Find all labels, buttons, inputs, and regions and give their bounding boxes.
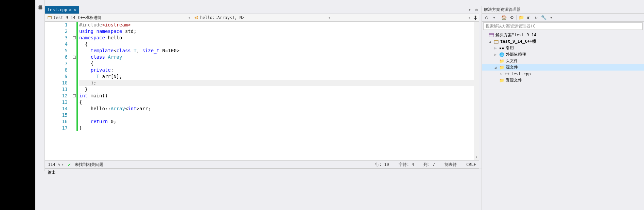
external-node[interactable]: ▷ 🌐 外部依赖项 (482, 51, 644, 58)
line-gutter: 1234567891011121314151617 (45, 22, 72, 160)
headers-label: 头文件 (506, 58, 518, 64)
solution-tree: 解决方案"test_9_14_ ◢ test_9_14_C++模 ▷ ▪▪ 引用… (482, 31, 644, 85)
tab-bar: test.cpp ⊕ × (45, 6, 479, 14)
resources-node[interactable]: 📁 资源文件 (482, 77, 644, 83)
chevron-down-icon: ◢ (493, 65, 498, 69)
svg-point-2 (195, 17, 196, 18)
chevron-down-icon: ◢ (488, 40, 492, 43)
external-label: 外部依赖项 (506, 52, 526, 57)
scope-label: test_9_14_C++模板进阶 (53, 15, 102, 21)
vertical-scrollbar[interactable]: ▾ (474, 22, 479, 160)
refs-icon: ▪▪ (499, 45, 504, 51)
folder-icon: 📁 (499, 78, 504, 83)
dropdown-icon[interactable]: ▾ (467, 7, 473, 13)
cpp-icon: ++ (504, 71, 510, 77)
close-icon[interactable]: × (73, 7, 76, 12)
tabs-stat: 制表符 (445, 162, 457, 168)
home-icon[interactable]: 🏠 (501, 14, 507, 21)
sync-icon[interactable]: ⟲ (508, 14, 515, 21)
output-title: 输出 (48, 170, 56, 175)
resources-label: 资源文件 (506, 77, 522, 83)
folder-icon: 📁 (499, 65, 504, 70)
editor-top-icons: ▾ ⚙ (467, 7, 480, 13)
refs-label: 引用 (506, 45, 514, 51)
svg-rect-7 (494, 40, 498, 41)
chevron-right-icon: ▷ (499, 72, 503, 76)
split-button[interactable]: ‡ (472, 14, 479, 21)
more-icon[interactable]: ▾ (548, 14, 555, 21)
server-explorer-sidebar[interactable]: 服务器资源管理器 (35, 0, 45, 171)
check-icon: ✔ (68, 162, 70, 167)
zoom-control[interactable]: 114 % ▾ (48, 162, 64, 167)
sources-node[interactable]: ◢ 📁 源文件 (482, 64, 644, 71)
top-strip (45, 0, 644, 6)
project-icon (493, 39, 499, 44)
issues-text: 未找到相关问题 (75, 162, 103, 168)
gear-icon[interactable]: ⚙ (473, 7, 480, 13)
solution-label: 解决方案"test_9_14_ (495, 32, 539, 38)
tab-test-cpp[interactable]: test.cpp ⊕ × (45, 6, 79, 14)
source-file-label: test.cpp (511, 72, 531, 76)
editor-status-bar: 114 % ▾ ✔ 未找到相关问题 行: 10 字符: 4 列: 7 制表符 C… (45, 160, 479, 169)
zoom-value: 114 % (48, 162, 60, 167)
code-content[interactable]: #include<iostream>using namespace std;na… (79, 22, 474, 160)
solution-node[interactable]: 解决方案"test_9_14_ (482, 32, 644, 38)
pin-icon[interactable]: ⊕ (69, 8, 72, 12)
left-void (0, 0, 35, 210)
tab-label: test.cpp (48, 7, 67, 12)
headers-node[interactable]: 📁 头文件 (482, 58, 644, 64)
char-stat: 字符: 4 (399, 162, 414, 168)
filter-icon[interactable]: 📁 (518, 14, 525, 21)
col-stat: 列: 7 (423, 162, 435, 168)
external-icon: 🌐 (499, 52, 504, 57)
chevron-right-icon: ▷ (493, 46, 498, 50)
refs-node[interactable]: ▷ ▪▪ 引用 (482, 45, 644, 51)
props-icon[interactable]: 🔧 (540, 14, 547, 21)
chevron-down-icon: ▾ (468, 16, 470, 20)
show-icon[interactable]: ◧ (525, 14, 532, 21)
scope-dropdown[interactable]: test_9_14_C++模板进阶 ▾ (45, 14, 192, 21)
source-file-node[interactable]: ▷ ++ test.cpp (482, 71, 644, 77)
member-dropdown[interactable]: hello::Array<T, N> ▾ (192, 14, 332, 21)
project-icon (47, 15, 52, 20)
chevron-right-icon: ▷ (493, 53, 498, 56)
project-node[interactable]: ◢ test_9_14_C++模 (482, 38, 644, 45)
server-explorer-label: 服务器资源管理器 (35, 0, 45, 4)
third-dropdown[interactable]: ▾ (332, 14, 472, 21)
solution-icon (489, 33, 494, 38)
panel-title: 解决方案资源管理器 (482, 6, 644, 14)
fold-column: --- (72, 22, 76, 160)
chevron-down-icon: ▾ (328, 16, 330, 20)
refresh-icon[interactable]: ↻ (533, 14, 540, 21)
eol-stat: CRLF (466, 162, 476, 167)
sources-label: 源文件 (506, 64, 518, 70)
svg-point-4 (196, 18, 198, 19)
member-label: hello::Array<T, N> (200, 15, 244, 20)
line-stat: 行: 10 (375, 162, 389, 168)
chevron-down-icon: ▾ (188, 16, 190, 20)
svg-rect-5 (489, 34, 494, 37)
fwd-icon[interactable]: ▾ (491, 14, 498, 21)
change-indicator (76, 22, 78, 131)
code-editor[interactable]: 1234567891011121314151617 --- #include<i… (45, 22, 479, 160)
panel-toolbar: ◯ ▾ 🏠 ⟲ 📁 ◧ ↻ 🔧 ▾ (482, 14, 644, 22)
back-icon[interactable]: ◯ (483, 14, 490, 21)
folder-icon: 📁 (499, 58, 504, 64)
search-input[interactable]: 搜索解决方案资源管理器(C (483, 22, 643, 30)
chevron-down-icon: ▾ (62, 163, 64, 167)
scroll-down-icon[interactable]: ▾ (475, 155, 478, 159)
svg-rect-1 (48, 16, 52, 17)
class-icon (194, 15, 199, 20)
navigation-bar: test_9_14_C++模板进阶 ▾ hello::Array<T, N> ▾… (45, 14, 479, 22)
solution-explorer: 解决方案资源管理器 ◯ ▾ 🏠 ⟲ 📁 ◧ ↻ 🔧 ▾ 搜索解决方案资源管理器(… (482, 6, 644, 210)
svg-point-3 (196, 16, 198, 17)
project-label: test_9_14_C++模 (500, 39, 536, 44)
